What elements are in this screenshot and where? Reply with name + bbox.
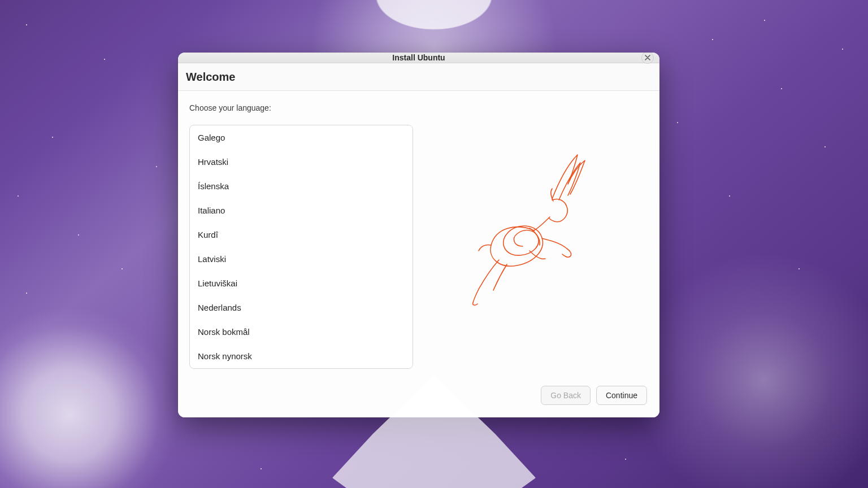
content-area: Choose your language: Galego Hrvatski Ís… (178, 91, 659, 379)
list-item[interactable]: Italiano (190, 198, 413, 223)
go-back-button[interactable]: Go Back (541, 386, 591, 405)
list-item[interactable]: Nederlands (190, 295, 413, 320)
close-button[interactable] (641, 53, 654, 64)
language-list[interactable]: Galego Hrvatski Íslenska Italiano Kurdî … (189, 125, 413, 369)
window-title: Install Ubuntu (392, 53, 445, 62)
titlebar: Install Ubuntu (178, 53, 659, 63)
close-icon (645, 55, 650, 60)
list-item[interactable]: Latviski (190, 247, 413, 271)
kudu-icon (445, 143, 603, 313)
language-panel: Choose your language: Galego Hrvatski Ís… (189, 103, 413, 369)
mascot-illustration (445, 143, 603, 313)
list-item[interactable]: Lietuviškai (190, 271, 413, 295)
list-item[interactable]: Íslenska (190, 174, 413, 198)
list-item[interactable]: Norsk nynorsk (190, 344, 413, 368)
page-header: Welcome (178, 63, 659, 91)
list-item[interactable]: Hrvatski (190, 150, 413, 174)
page-title: Welcome (186, 71, 648, 84)
list-item[interactable]: Norsk bokmål (190, 320, 413, 344)
illustration-panel (418, 103, 648, 369)
footer: Go Back Continue (178, 379, 659, 417)
language-prompt: Choose your language: (189, 103, 413, 112)
continue-button[interactable]: Continue (596, 386, 647, 405)
installer-window: Install Ubuntu Welcome Choose your langu… (178, 53, 659, 417)
list-item[interactable]: Galego (190, 125, 413, 150)
list-item[interactable]: Kurdî (190, 223, 413, 247)
